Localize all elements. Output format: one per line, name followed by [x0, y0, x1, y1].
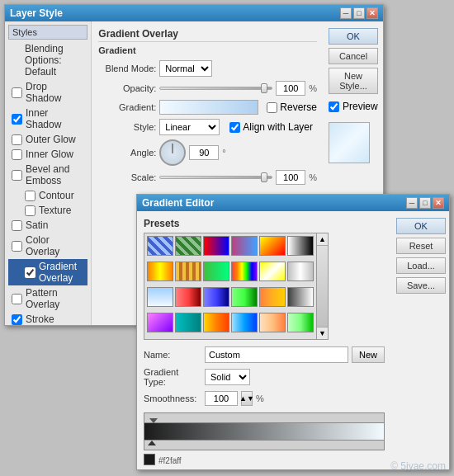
- sidebar-item-inner-shadow[interactable]: Inner Shadow: [8, 106, 87, 132]
- sidebar-item-drop-shadow[interactable]: Drop Shadow: [8, 79, 87, 106]
- scroll-down-button[interactable]: ▼: [317, 327, 328, 339]
- blend-mode-select[interactable]: Normal Multiply Screen Overlay: [159, 60, 212, 77]
- ge-name-input[interactable]: [205, 346, 348, 363]
- ge-smoothness-spin[interactable]: ▲▼: [241, 391, 253, 406]
- ge-reset-button[interactable]: Reset: [396, 238, 446, 254]
- cancel-button[interactable]: Cancel: [329, 48, 378, 64]
- preset-swatch-20[interactable]: [203, 313, 229, 332]
- contour-checkbox[interactable]: [25, 191, 35, 201]
- preset-swatch-8[interactable]: [203, 262, 229, 281]
- angle-input[interactable]: [189, 145, 219, 160]
- sidebar-item-inner-glow[interactable]: Inner Glow: [8, 147, 87, 162]
- style-select[interactable]: Linear Radial Angle Reflected Diamond: [159, 119, 220, 135]
- scroll-up-button[interactable]: ▲: [317, 233, 328, 246]
- preset-swatch-16[interactable]: [259, 287, 286, 307]
- preset-swatch-15[interactable]: [231, 287, 258, 307]
- preset-swatch-11[interactable]: [287, 262, 314, 281]
- opacity-thumb[interactable]: [261, 83, 267, 93]
- scale-input[interactable]: [276, 170, 305, 185]
- preset-swatch-23[interactable]: [287, 313, 314, 332]
- close-button[interactable]: ✕: [367, 7, 378, 19]
- ge-smoothness-input[interactable]: [205, 391, 238, 406]
- watermark: © 5jyae.com: [390, 460, 446, 472]
- new-style-button[interactable]: New Style...: [329, 68, 378, 94]
- title-bar-buttons: ─ □ ✕: [340, 7, 378, 19]
- preset-swatch-1[interactable]: [175, 236, 201, 256]
- bevel-emboss-checkbox[interactable]: [12, 170, 22, 181]
- preset-swatch-3[interactable]: [231, 236, 258, 256]
- ge-save-button[interactable]: Save...: [396, 277, 446, 294]
- opacity-stop-marker[interactable]: [149, 418, 158, 423]
- ge-ok-button[interactable]: OK: [396, 218, 446, 234]
- presets-scrollbar[interactable]: ▲ ▼: [317, 233, 329, 340]
- section-title: Gradient: [98, 45, 317, 55]
- sidebar-item-satin[interactable]: Satin: [8, 218, 87, 233]
- preset-swatch-9[interactable]: [231, 262, 258, 281]
- preset-swatch-22[interactable]: [259, 313, 286, 332]
- ge-load-button[interactable]: Load...: [396, 257, 446, 274]
- pattern-overlay-checkbox[interactable]: [12, 294, 22, 304]
- sidebar-item-gradient-overlay[interactable]: Gradient Overlay: [8, 259, 87, 285]
- angle-dial[interactable]: [159, 139, 186, 166]
- sidebar-item-contour[interactable]: Contour: [8, 188, 87, 203]
- preset-swatch-18[interactable]: [147, 313, 173, 332]
- sidebar-item-stroke[interactable]: Stroke: [8, 312, 87, 325]
- gradient-editor-title-bar: Gradient Editor ─ □ ✕: [137, 195, 449, 211]
- texture-checkbox[interactable]: [25, 205, 35, 216]
- ge-smoothness-label: Smoothness:: [144, 394, 201, 403]
- sidebar-item-blending[interactable]: Blending Options: Default: [8, 41, 87, 79]
- preset-swatch-6[interactable]: [147, 262, 173, 281]
- preset-swatch-12[interactable]: [147, 287, 173, 307]
- preset-swatch-0[interactable]: [147, 236, 173, 256]
- drop-shadow-checkbox[interactable]: [12, 87, 22, 98]
- reverse-checkbox[interactable]: [267, 102, 277, 113]
- gradient-overlay-checkbox[interactable]: [25, 267, 35, 278]
- ge-name-row: Name: New: [144, 346, 385, 363]
- opacity-slider[interactable]: [159, 87, 272, 90]
- color-stop-hex: #f2faff: [158, 456, 182, 465]
- preset-swatch-5[interactable]: [287, 236, 314, 256]
- align-label: Align with Layer: [243, 121, 313, 133]
- sidebar-item-color-overlay[interactable]: Color Overlay: [8, 233, 87, 259]
- minimize-button[interactable]: ─: [340, 7, 352, 19]
- scale-slider[interactable]: [159, 176, 272, 179]
- presets-wrapper: ▲ ▼: [144, 233, 385, 340]
- preset-swatch-7[interactable]: [175, 262, 201, 281]
- preview-checkbox[interactable]: [329, 101, 339, 112]
- ge-gradient-display[interactable]: [144, 422, 385, 441]
- ge-new-button[interactable]: New: [352, 346, 385, 363]
- stroke-checkbox[interactable]: [12, 314, 22, 325]
- preview-label: Preview: [343, 101, 378, 112]
- gradient-preview[interactable]: [159, 100, 258, 115]
- color-stop-swatch[interactable]: [144, 454, 155, 465]
- preset-swatch-4[interactable]: [259, 236, 286, 256]
- ok-button[interactable]: OK: [329, 28, 378, 45]
- ge-minimize-button[interactable]: ─: [406, 197, 418, 209]
- restore-button[interactable]: □: [353, 7, 365, 19]
- preset-swatch-19[interactable]: [175, 313, 201, 332]
- preset-swatch-17[interactable]: [287, 287, 314, 307]
- preset-swatch-21[interactable]: [231, 313, 258, 332]
- preset-swatch-13[interactable]: [175, 287, 201, 307]
- ge-restore-button[interactable]: □: [419, 197, 431, 209]
- sidebar-item-pattern-overlay[interactable]: Pattern Overlay: [8, 285, 87, 312]
- outer-glow-checkbox[interactable]: [12, 134, 22, 145]
- preset-swatch-14[interactable]: [203, 287, 229, 307]
- preset-swatch-2[interactable]: [203, 236, 229, 256]
- satin-checkbox[interactable]: [12, 220, 22, 231]
- scale-thumb[interactable]: [261, 172, 267, 182]
- align-checkbox[interactable]: [229, 122, 240, 133]
- ge-type-select[interactable]: Solid Noise: [205, 369, 250, 385]
- opacity-input[interactable]: [276, 81, 305, 96]
- inner-glow-checkbox[interactable]: [12, 149, 22, 160]
- gradient-overlay-label: Gradient Overlay: [39, 261, 84, 284]
- color-overlay-checkbox[interactable]: [12, 241, 22, 252]
- sidebar-item-bevel-emboss[interactable]: Bevel and Emboss: [8, 162, 87, 188]
- ge-close-button[interactable]: ✕: [433, 197, 444, 209]
- inner-shadow-checkbox[interactable]: [12, 114, 22, 125]
- preset-swatch-10[interactable]: [259, 262, 286, 281]
- sidebar-item-texture[interactable]: Texture: [8, 203, 87, 218]
- sidebar-item-outer-glow[interactable]: Outer Glow: [8, 132, 87, 147]
- ge-smoothness-unit: %: [256, 394, 264, 403]
- color-stop-black[interactable]: [148, 441, 156, 445]
